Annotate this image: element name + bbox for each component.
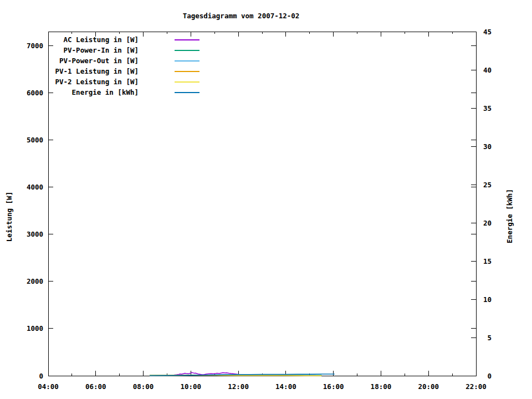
- y2-tick-label: 10: [483, 295, 492, 304]
- y1-tick-label: 6000: [27, 89, 43, 97]
- legend-swatch: [175, 92, 200, 93]
- x-tick-label: 16:00: [323, 382, 344, 391]
- chart-canvas: Tagesdiagramm vom 2007-12-02 Leistung [W…: [0, 0, 532, 399]
- y1-tick-label: 5000: [27, 136, 43, 144]
- x-tick-label: 14:00: [275, 382, 296, 391]
- x-tick-label: 18:00: [371, 382, 392, 391]
- y2-tick-label: 25: [483, 181, 492, 189]
- legend-label: PV-1 Leistung in [W]: [48, 67, 139, 75]
- y2-tick-label: 5: [487, 334, 492, 342]
- y2-tick-label: 0: [487, 372, 492, 380]
- y2-tick-label: 15: [483, 257, 492, 265]
- legend-item: PV-1 Leistung in [W]: [48, 66, 200, 76]
- y1-tick-label: 2000: [27, 277, 43, 285]
- legend-label: AC Leistung in [W]: [48, 35, 139, 44]
- legend-swatch: [175, 39, 200, 40]
- y2-tick-label: 20: [483, 219, 492, 227]
- legend: AC Leistung in [W]PV-Power-In in [W]PV-P…: [48, 34, 200, 98]
- legend-swatch: [175, 50, 200, 51]
- legend-label: PV-Power-In in [W]: [48, 46, 139, 54]
- x-tick-label: 12:00: [228, 382, 249, 391]
- x-tick-label: 08:00: [133, 382, 154, 391]
- legend-item: PV-Power-Out in [W]: [48, 55, 200, 66]
- x-tick-label: 22:00: [466, 382, 487, 391]
- legend-swatch: [175, 71, 200, 72]
- y2-tick-label: 30: [483, 142, 492, 151]
- x-tick-label: 04:00: [38, 382, 59, 391]
- y1-tick-label: 0: [39, 372, 43, 380]
- legend-label: PV-2 Leistung in [W]: [48, 78, 139, 86]
- x-tick-label: 10:00: [181, 382, 202, 391]
- y2-tick-label: 35: [483, 104, 492, 112]
- legend-label: Energie in [kWh]: [48, 88, 139, 96]
- y2-tick-label: 45: [483, 28, 492, 36]
- x-tick-label: 06:00: [85, 382, 106, 391]
- legend-swatch: [175, 60, 200, 62]
- legend-label: PV-Power-Out in [W]: [48, 57, 139, 65]
- x-tick-label: 20:00: [418, 382, 439, 391]
- y2-tick-label: 40: [483, 66, 492, 74]
- y1-tick-label: 3000: [27, 230, 43, 238]
- legend-item: PV-2 Leistung in [W]: [48, 76, 200, 87]
- legend-item: Energie in [kWh]: [48, 87, 200, 98]
- legend-item: PV-Power-In in [W]: [48, 45, 200, 55]
- y1-tick-label: 1000: [27, 324, 43, 332]
- y1-tick-label: 7000: [27, 42, 43, 50]
- legend-item: AC Leistung in [W]: [48, 34, 200, 45]
- legend-swatch: [175, 81, 200, 83]
- y1-tick-label: 4000: [27, 183, 43, 191]
